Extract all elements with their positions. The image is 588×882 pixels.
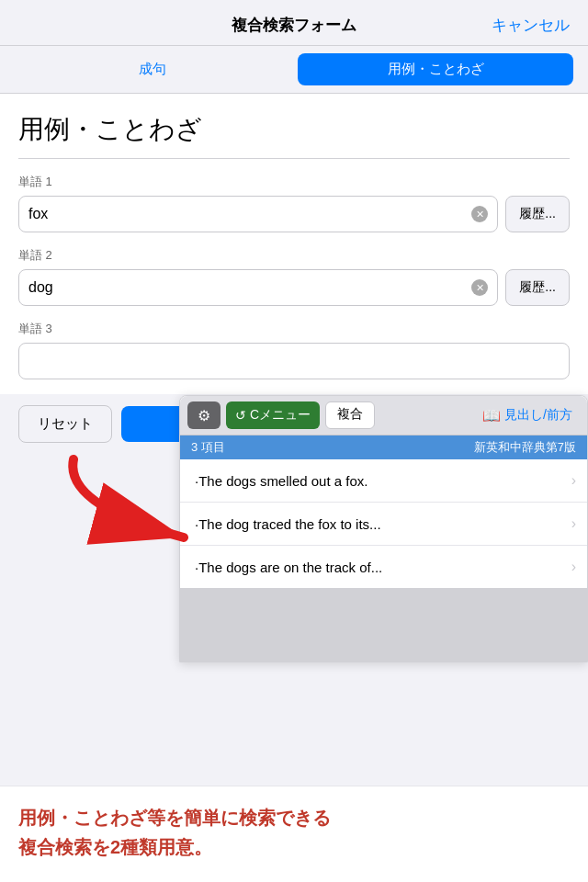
word1-input-wrapper: ✕	[18, 196, 498, 232]
chevron-right-icon-3: ›	[571, 559, 576, 575]
header-title: 複合検索フォーム	[232, 15, 356, 36]
popup-gray-area	[180, 588, 587, 662]
word2-label: 単語 2	[18, 247, 570, 264]
word2-input[interactable]	[28, 279, 471, 296]
tab-examples[interactable]: 用例・ことわざ	[298, 53, 573, 85]
chevron-right-icon-2: ›	[571, 515, 576, 532]
section-title: 用例・ことわざ	[18, 112, 570, 159]
book-icon: 📖	[482, 407, 501, 424]
tab-phrases[interactable]: 成句	[15, 53, 290, 85]
result-text-2: ·The dog traced the fox to its...	[195, 516, 571, 532]
reset-button[interactable]: リセット	[18, 405, 112, 443]
word1-history-button[interactable]: 履歴...	[505, 196, 570, 232]
footer-line2: 複合検索を2種類用意。	[18, 834, 570, 860]
dictionary-source: 新英和中辞典第7版	[474, 439, 576, 456]
word2-row: ✕ 履歴...	[18, 269, 570, 306]
word3-input[interactable]	[19, 344, 569, 379]
word1-input[interactable]	[28, 206, 471, 222]
word3-row	[18, 343, 570, 379]
header-forward-button[interactable]: 📖 見出し/前方	[475, 401, 580, 429]
result-item-2[interactable]: ·The dog traced the fox to its... ›	[180, 503, 587, 546]
word2-input-wrapper: ✕	[18, 269, 498, 306]
combined-button[interactable]: 複合	[325, 401, 375, 429]
tab-bar: 成句 用例・ことわざ	[0, 46, 588, 94]
header: 複合検索フォーム キャンセル	[0, 0, 588, 46]
menu-button[interactable]: ↺ Cメニュー	[226, 401, 320, 429]
cancel-button[interactable]: キャンセル	[492, 15, 570, 36]
result-item-1[interactable]: ·The dogs smelled out a fox. ›	[180, 459, 587, 503]
result-item-3[interactable]: ·The dogs are on the track of... ›	[180, 546, 587, 588]
footer-line1: 用例・ことわざ等を簡単に検索できる	[18, 805, 570, 831]
header-forward-label: 見出し/前方	[504, 407, 572, 424]
chevron-right-icon-1: ›	[571, 472, 576, 489]
word1-label: 単語 1	[18, 174, 570, 190]
gear-icon: ⚙	[198, 407, 210, 424]
result-text-3: ·The dogs are on the track of...	[195, 560, 571, 575]
word3-label: 単語 3	[18, 321, 570, 337]
result-list: ·The dogs smelled out a fox. › ·The dog …	[180, 459, 587, 588]
footer-section: 用例・ことわざ等を簡単に検索できる 複合検索を2種類用意。	[0, 786, 588, 882]
word2-clear-button[interactable]: ✕	[471, 279, 488, 296]
word3-input-wrapper	[18, 343, 570, 379]
word1-row: ✕ 履歴...	[18, 196, 570, 232]
popup-panel: ⚙ ↺ Cメニュー 複合 📖 見出し/前方 3 項目 新英和中辞典第7版 ·Th…	[179, 395, 588, 662]
word1-clear-button[interactable]: ✕	[471, 206, 488, 222]
red-arrow-graphic	[55, 450, 220, 560]
popup-toolbar: ⚙ ↺ Cメニュー 複合 📖 見出し/前方	[180, 396, 587, 435]
gear-button[interactable]: ⚙	[187, 401, 220, 429]
popup-count-bar: 3 項目 新英和中辞典第7版	[180, 435, 587, 459]
refresh-icon: ↺	[235, 408, 246, 423]
word2-history-button[interactable]: 履歴...	[505, 269, 570, 306]
result-text-1: ·The dogs smelled out a fox.	[195, 473, 571, 489]
menu-label: Cメニュー	[250, 407, 311, 424]
main-form: 用例・ことわざ 単語 1 ✕ 履歴... 単語 2 ✕ 履歴... 単語 3	[0, 94, 588, 394]
